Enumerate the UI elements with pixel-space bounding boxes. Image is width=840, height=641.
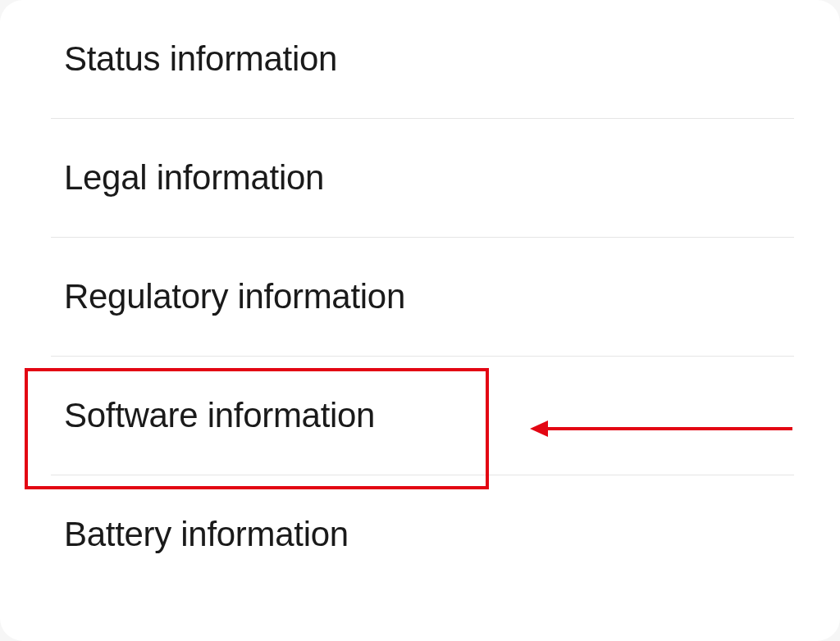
menu-item-software-information[interactable]: Software information bbox=[0, 357, 840, 475]
menu-item-status-information[interactable]: Status information bbox=[0, 0, 840, 118]
menu-item-label: Regulatory information bbox=[64, 277, 405, 316]
menu-item-legal-information[interactable]: Legal information bbox=[0, 119, 840, 237]
menu-item-regulatory-information[interactable]: Regulatory information bbox=[0, 238, 840, 356]
menu-item-label: Battery information bbox=[64, 515, 349, 553]
menu-item-label: Software information bbox=[64, 396, 375, 434]
menu-item-battery-information[interactable]: Battery information bbox=[0, 475, 840, 593]
settings-list: Status information Legal information Reg… bbox=[0, 0, 840, 593]
menu-item-label: Legal information bbox=[64, 158, 324, 197]
menu-item-label: Status information bbox=[64, 39, 337, 78]
settings-card: Status information Legal information Reg… bbox=[0, 0, 840, 641]
